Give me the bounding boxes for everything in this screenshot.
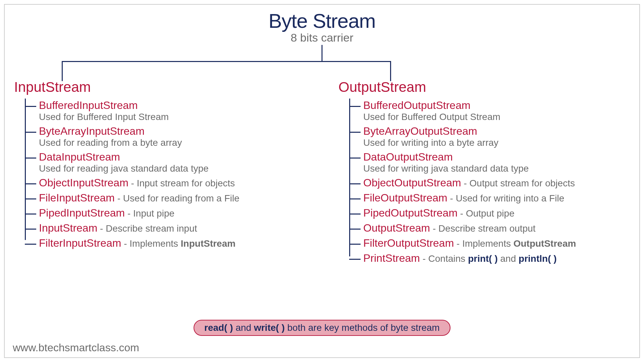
inputstream-node: FileInputStreamUsed for reading from a F…: [33, 190, 316, 205]
inputstream-node-name: InputStream: [39, 222, 97, 234]
outputstream-node: FileOutputStreamUsed for writing into a …: [357, 190, 642, 205]
inputstream-node: BufferedInputStreamUsed for Buffered Inp…: [33, 98, 316, 124]
outputstream-node-name: DataOutputStream: [363, 151, 453, 163]
credit-text: www.btechsmartclass.com: [13, 342, 139, 354]
inputstream-node-desc: Used for Buffered Input Stream: [39, 112, 316, 122]
outputstream-node: FilterOutputStreamImplements OutputStrea…: [357, 236, 642, 251]
outputstream-node-desc: Describe stream output: [430, 223, 535, 234]
branch-title-inputstream: InputStream: [14, 79, 316, 95]
outputstream-node-name: ByteArrayOutputStream: [363, 125, 477, 137]
outputstream-node-desc: Used for writing java standard data type: [363, 163, 642, 174]
outputstream-node-desc: Contains print( ) and println( ): [420, 253, 557, 264]
outputstream-node-name: FilterOutputStream: [363, 237, 454, 249]
outputstream-node: PipedOutputStreamOutput pipe: [357, 205, 642, 221]
footer-pill: read( ) and write( ) both are key method…: [194, 320, 450, 336]
outputstream-node-desc: Output stream for objects: [461, 178, 575, 188]
diagram-title: Byte Stream: [5, 9, 639, 33]
outputstream-node-desc: Output pipe: [458, 208, 515, 219]
connector-vertical-main: [322, 45, 323, 61]
inputstream-node: FilterInputStreamImplements InputStream: [33, 236, 316, 251]
inputstream-node-desc: Implements InputStream: [121, 238, 235, 249]
outputstream-node-desc: Implements OutputStream: [454, 238, 576, 249]
connector-horizontal: [62, 61, 391, 62]
outputstream-node-desc: Used for writing into a byte array: [363, 137, 642, 148]
inputstream-node-name: BufferedInputStream: [39, 99, 138, 111]
inputstream-node-name: PipedInputStream: [39, 207, 125, 219]
diagram-subtitle: 8 bits carrier: [5, 31, 639, 44]
inputstream-node: PipedInputStreamInput pipe: [33, 205, 316, 221]
outputstream-node-name: PrintStream: [363, 252, 420, 264]
inputstream-node: ByteArrayInputStreamUsed for reading fro…: [33, 124, 316, 149]
outputstream-node: ObjectOutputStreamOutput stream for obje…: [357, 175, 642, 190]
inputstream-node-name: ObjectInputStream: [39, 177, 128, 189]
inputstream-node-name: FilterInputStream: [39, 237, 121, 249]
branch-title-outputstream: OutputStream: [338, 79, 642, 95]
tree-outputstream: BufferedOutputStreamUsed for Buffered Ou…: [357, 98, 642, 266]
outputstream-node-desc: Used for Buffered Output Stream: [363, 112, 642, 122]
inputstream-node: ObjectInputStreamInput stream for object…: [33, 175, 316, 190]
tree-inputstream: BufferedInputStreamUsed for Buffered Inp…: [33, 98, 316, 251]
outputstream-node: ByteArrayOutputStreamUsed for writing in…: [357, 124, 642, 149]
outputstream-node-name: ObjectOutputStream: [363, 177, 461, 189]
inputstream-node-desc: Describe stream input: [97, 223, 197, 234]
inputstream-node: InputStreamDescribe stream input: [33, 221, 316, 236]
inputstream-node-name: ByteArrayInputStream: [39, 125, 145, 137]
outputstream-node-name: OutputStream: [363, 222, 430, 234]
inputstream-node-desc: Input stream for objects: [128, 178, 235, 188]
branch-inputstream: InputStream BufferedInputStreamUsed for …: [14, 79, 316, 251]
inputstream-node-desc: Input pipe: [125, 208, 174, 219]
outputstream-node-name: BufferedOutputStream: [363, 99, 471, 111]
inputstream-node-desc: Used for reading from a byte array: [39, 137, 316, 148]
outputstream-node: DataOutputStreamUsed for writing java st…: [357, 149, 642, 175]
outputstream-node-name: FileOutputStream: [363, 192, 447, 204]
outputstream-node-desc: Used for writing into a File: [447, 193, 565, 203]
diagram-frame: Byte Stream 8 bits carrier InputStream B…: [4, 4, 640, 358]
inputstream-node-name: DataInputStream: [39, 151, 120, 163]
inputstream-node-name: FileInputStream: [39, 192, 115, 204]
branch-outputstream: OutputStream BufferedOutputStreamUsed fo…: [338, 79, 642, 266]
diagram-header: Byte Stream 8 bits carrier: [5, 9, 639, 44]
connector-drop-right: [390, 61, 391, 81]
inputstream-node-desc: Used for reading from a File: [115, 193, 239, 203]
outputstream-node: PrintStreamContains print( ) and println…: [357, 251, 642, 266]
outputstream-node: BufferedOutputStreamUsed for Buffered Ou…: [357, 98, 642, 124]
inputstream-node: DataInputStreamUsed for reading java sta…: [33, 149, 316, 175]
outputstream-node: OutputStreamDescribe stream output: [357, 221, 642, 236]
connector-drop-left: [62, 61, 63, 81]
inputstream-node-desc: Used for reading java standard data type: [39, 163, 316, 174]
outputstream-node-name: PipedOutputStream: [363, 207, 458, 219]
